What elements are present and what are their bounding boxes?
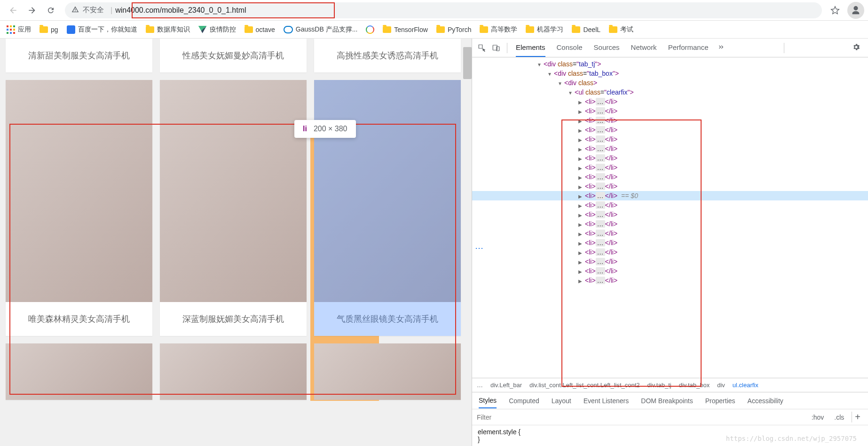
hov-toggle[interactable]: :hov <box>809 413 827 422</box>
styles-tab-computed[interactable]: Computed <box>509 397 539 405</box>
devtools-tab-sources[interactable]: Sources <box>594 39 620 57</box>
gallery-card[interactable]: 高挑性感美女诱惑高清手机 <box>314 39 461 72</box>
tree-node[interactable]: <div class> <box>472 78 868 88</box>
bookmark-item[interactable]: 疫情防控 <box>198 25 236 34</box>
tree-node[interactable]: <li>…</li> <box>472 153 868 163</box>
styles-tab-properties[interactable]: Properties <box>705 397 735 405</box>
devtools-settings-icon[interactable] <box>847 43 865 53</box>
bookmark-item[interactable]: 机器学习 <box>526 25 563 34</box>
gallery-caption: 性感美女妩媚曼妙高清手机 <box>160 39 307 72</box>
gallery-card[interactable]: 深蓝制服妩媚美女高清手机 <box>160 80 307 336</box>
styles-tab-layout[interactable]: Layout <box>552 397 571 405</box>
bookmark-item[interactable]: PyTorch <box>436 26 472 33</box>
bookmark-label: 机器学习 <box>537 25 563 34</box>
back-button[interactable] <box>5 2 22 19</box>
gallery-caption: 清新甜美制服美女高清手机 <box>6 39 152 72</box>
image-gallery: 清新甜美制服美女高清手机性感美女妩媚曼妙高清手机高挑性感美女诱惑高清手机 唯美森… <box>0 39 472 400</box>
breadcrumb-item[interactable]: ul.clearfix <box>733 382 758 389</box>
device-toggle-icon[interactable] <box>489 41 503 55</box>
bookmark-item[interactable]: GaussDB 产品支撑... <box>284 25 357 34</box>
tree-node[interactable]: <li>…</li> <box>472 97 868 106</box>
new-style-rule-button[interactable]: + <box>852 412 863 422</box>
tree-node[interactable]: <ul class="clearfix"> <box>472 88 868 97</box>
cls-toggle[interactable]: .cls <box>831 413 847 422</box>
bookmark-item[interactable]: 高等数学 <box>480 25 517 34</box>
devtools-tab-console[interactable]: Console <box>557 39 583 57</box>
bookmark-label: PyTorch <box>448 26 472 33</box>
bookmarks-bar: 应用pg百度一下，你就知道数据库知识疫情防控octaveGaussDB 产品支撑… <box>0 21 868 39</box>
url-bar[interactable]: 不安全 | win4000.com/mobile_2340_0_0_1.html <box>65 2 822 18</box>
gallery-card[interactable]: 清新甜美制服美女高清手机 <box>6 39 152 72</box>
breadcrumb-item[interactable]: div <box>717 382 725 389</box>
folder-icon <box>480 26 488 33</box>
bookmark-item[interactable]: DeelL <box>572 26 600 33</box>
breadcrumb-item[interactable]: div.list_cont.Left_list_cont.Left_list_c… <box>529 382 640 389</box>
bookmark-label: 数据库知识 <box>157 25 190 34</box>
bookmark-item[interactable]: 考试 <box>609 25 633 34</box>
tree-node[interactable]: <li>…</li> <box>472 163 868 172</box>
tree-node[interactable]: <div class="tab_tj"> <box>472 59 868 69</box>
bookmark-item[interactable]: octave <box>245 26 275 33</box>
devtools-tab-performance[interactable]: Performance <box>668 39 709 57</box>
styles-filter-input[interactable] <box>477 414 804 421</box>
forward-button[interactable] <box>24 2 40 19</box>
apps-icon <box>7 25 15 34</box>
breadcrumb-item[interactable]: div.tab_box <box>679 382 710 389</box>
bookmark-item[interactable]: 应用 <box>7 25 31 34</box>
tree-node[interactable]: <li>…</li> <box>472 172 868 182</box>
tree-node[interactable]: <li>…</li> <box>472 200 868 210</box>
styles-tab-accessibility[interactable]: Accessibility <box>748 397 783 405</box>
gauss-icon <box>284 26 293 33</box>
bookmark-item[interactable]: 数据库知识 <box>146 25 190 34</box>
gallery-card[interactable] <box>6 343 152 400</box>
bookmark-star-icon[interactable] <box>827 2 844 19</box>
breadcrumb-item[interactable]: div.Left_bar <box>490 382 522 389</box>
tree-node[interactable]: <li>…</li>== $0 <box>472 191 868 200</box>
vue-icon <box>198 26 207 33</box>
tree-node[interactable]: <li>…</li> <box>472 276 868 285</box>
bookmark-label: 应用 <box>18 25 31 34</box>
tree-node[interactable]: <li>…</li> <box>472 135 868 144</box>
devtools-tab-elements[interactable]: Elements <box>516 39 545 57</box>
tree-node[interactable]: <li>…</li> <box>472 266 868 276</box>
bookmark-label: DeelL <box>583 26 600 33</box>
profile-avatar[interactable] <box>847 2 864 19</box>
bookmark-label: GaussDB 产品支撑... <box>296 25 357 34</box>
tree-node[interactable]: <li>…</li> <box>472 210 868 219</box>
bookmark-item[interactable]: 百度一下，你就知道 <box>67 25 137 34</box>
tree-node[interactable]: <li>…</li> <box>472 229 868 238</box>
styles-tab-styles[interactable]: Styles <box>479 397 497 408</box>
tree-node[interactable]: <li>…</li> <box>472 125 868 135</box>
gallery-card[interactable] <box>160 343 307 400</box>
tree-node[interactable]: <li>…</li> <box>472 238 868 247</box>
styles-tab-dom-breakpoints[interactable]: DOM Breakpoints <box>641 397 693 405</box>
elements-tree[interactable]: ⋯ <div class="tab_tj"><div class="tab_bo… <box>472 57 868 378</box>
gallery-card[interactable]: 唯美森林精灵美女高清手机 <box>6 80 152 336</box>
more-tabs-icon[interactable] <box>717 43 725 52</box>
gallery-card[interactable]: 气质黑丝眼镜美女高清手机 <box>314 80 461 336</box>
bookmark-item[interactable]: pg <box>39 26 58 33</box>
tree-node[interactable]: <li>…</li> <box>472 182 868 191</box>
folder-icon <box>383 26 391 33</box>
tree-node[interactable]: <li>…</li> <box>472 257 868 266</box>
inspect-icon[interactable] <box>475 41 489 55</box>
tree-node[interactable]: <li>…</li> <box>472 219 868 229</box>
tree-node[interactable]: <li>…</li> <box>472 106 868 116</box>
gallery-card[interactable] <box>314 343 461 400</box>
tooltip-dimensions: 200 × 380 <box>314 125 347 133</box>
tree-node[interactable]: <div class="tab_box"> <box>472 69 868 78</box>
reload-button[interactable] <box>42 2 59 19</box>
gallery-card[interactable]: 性感美女妩媚曼妙高清手机 <box>160 39 307 72</box>
folder-icon <box>609 26 617 33</box>
google-icon <box>366 25 374 34</box>
tree-node[interactable]: <li>…</li> <box>472 247 868 257</box>
folder-icon <box>526 26 534 33</box>
tree-node[interactable]: <li>…</li> <box>472 116 868 125</box>
bookmark-item[interactable] <box>366 25 374 34</box>
styles-tab-event-listeners[interactable]: Event Listeners <box>584 397 629 405</box>
breadcrumb-item[interactable]: div.tab_tj <box>647 382 671 389</box>
scrollbar-thumb[interactable] <box>463 47 472 79</box>
devtools-tab-network[interactable]: Network <box>631 39 657 57</box>
tree-node[interactable]: <li>…</li> <box>472 144 868 153</box>
bookmark-item[interactable]: TensorFlow <box>383 26 428 33</box>
